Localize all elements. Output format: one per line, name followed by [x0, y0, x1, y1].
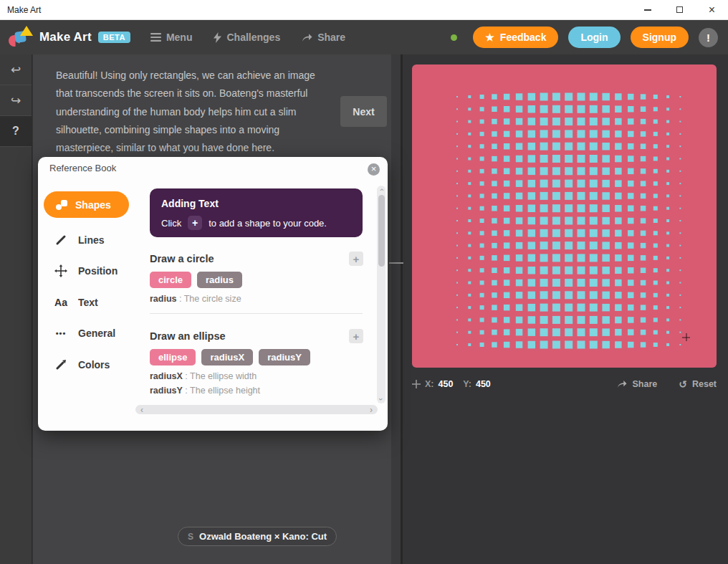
nav-challenges[interactable]: Challenges — [214, 32, 280, 43]
challenge-text: Beautiful! Using only rectangles, we can… — [56, 67, 331, 157]
lightning-icon — [214, 32, 221, 43]
tip-card-body: Click + to add a shape to your code. — [161, 216, 351, 230]
tab-colors-label: Colors — [78, 359, 110, 371]
modal-vertical-scrollbar[interactable]: › › — [377, 186, 385, 403]
nav-menu-label: Menu — [166, 32, 193, 43]
undo-button[interactable]: ↩ — [0, 54, 32, 85]
modal-horizontal-scrollbar[interactable]: ‹ › — [135, 405, 378, 414]
param-separator: : — [183, 386, 190, 396]
minimize-icon — [644, 9, 651, 11]
minimize-button[interactable] — [631, 0, 664, 19]
close-icon: × — [371, 163, 377, 174]
circle-param-radius: radius : The circle size — [150, 294, 241, 304]
tab-general[interactable]: ••• General — [54, 325, 147, 342]
canvas-share-button[interactable]: Share — [617, 379, 657, 389]
brush-icon — [54, 359, 68, 371]
add-circle-button[interactable]: + — [349, 252, 363, 266]
section-circle-title: Draw a circle — [150, 253, 214, 264]
feedback-button[interactable]: ★ Feedback — [473, 27, 558, 48]
signup-button[interactable]: Signup — [631, 27, 689, 48]
crosshair-icon — [412, 380, 421, 388]
hamburger-icon — [150, 33, 161, 42]
tag-radius[interactable]: radius — [197, 272, 242, 288]
close-button[interactable]: × — [696, 0, 728, 19]
logo-triangle-shape — [20, 26, 33, 36]
pane-scrollbar-gutter[interactable] — [391, 54, 401, 564]
param-name: radiusX — [150, 371, 183, 381]
reference-book-modal: Reference Book × Shapes Lines Position A… — [38, 157, 388, 431]
tool-rail: ↩ ↪ ? — [0, 54, 32, 564]
tab-position-label: Position — [78, 265, 118, 277]
tab-general-label: General — [78, 328, 115, 339]
tag-circle[interactable]: circle — [150, 272, 191, 288]
canvas-grid — [412, 64, 717, 368]
tab-shapes[interactable]: Shapes — [44, 191, 129, 218]
canvas-actions: Share ↺ Reset — [617, 379, 717, 389]
share-arrow-icon — [302, 33, 312, 42]
online-status-dot — [451, 34, 457, 41]
info-button[interactable]: ! — [699, 28, 718, 47]
tip-card-title: Adding Text — [161, 198, 351, 209]
tab-lines-label: Lines — [78, 234, 105, 246]
plus-icon: + — [188, 216, 202, 230]
canvas-share-label: Share — [632, 379, 657, 389]
tab-lines[interactable]: Lines — [54, 231, 147, 249]
close-icon: × — [709, 4, 715, 16]
param-desc: The circle size — [184, 294, 241, 304]
canvas-cursor-marker — [682, 333, 690, 341]
stitch-icon: S — [188, 532, 193, 542]
param-desc: The ellipse width — [190, 371, 257, 381]
feedback-label: Feedback — [500, 32, 547, 43]
tag-ellipse[interactable]: ellipse — [150, 349, 196, 365]
next-button[interactable]: Next — [340, 96, 387, 127]
nav-menu[interactable]: Menu — [150, 32, 193, 43]
plus-icon: + — [353, 253, 360, 265]
circle-tags: circle radius — [150, 272, 242, 288]
param-name: radiusY — [150, 386, 183, 396]
challenge-badge-label: Ozwald Boateng × Kano: Cut — [199, 531, 327, 542]
tag-radiusx[interactable]: radiusX — [201, 349, 253, 365]
pane-resize-handle[interactable] — [389, 262, 403, 264]
next-label: Next — [353, 106, 374, 118]
tab-text[interactable]: Aa Text — [54, 294, 147, 311]
tag-radiusy[interactable]: radiusY — [259, 349, 310, 365]
beta-badge: BETA — [98, 32, 130, 43]
star-icon: ★ — [485, 32, 494, 43]
dots-icon: ••• — [54, 329, 68, 338]
tab-colors[interactable]: Colors — [54, 356, 147, 373]
signup-label: Signup — [643, 32, 676, 43]
login-label: Login — [580, 32, 608, 43]
scroll-right-icon[interactable]: › — [366, 405, 376, 414]
param-separator: : — [177, 294, 184, 304]
titlebar: Make Art × — [0, 0, 728, 20]
coordinates: X: 450 Y: 450 — [412, 379, 497, 389]
nav-share-label: Share — [317, 32, 345, 43]
header-right: ★ Feedback Login Signup ! — [451, 27, 718, 48]
tip-body-prefix: Click — [161, 218, 181, 229]
modal-close-button[interactable]: × — [368, 163, 380, 176]
redo-button[interactable]: ↪ — [0, 85, 32, 116]
nav-challenges-label: Challenges — [226, 32, 280, 43]
challenge-badge[interactable]: S Ozwald Boateng × Kano: Cut — [178, 527, 337, 546]
canvas-reset-button[interactable]: ↺ Reset — [679, 379, 717, 389]
art-canvas[interactable] — [412, 64, 717, 368]
pane-divider — [401, 54, 403, 564]
tab-position[interactable]: Position — [54, 262, 147, 279]
add-ellipse-button[interactable]: + — [349, 329, 363, 343]
scroll-left-icon[interactable]: ‹ — [137, 405, 147, 414]
tab-text-label: Text — [78, 297, 98, 308]
app-title: Make Art — [39, 30, 92, 44]
login-button[interactable]: Login — [568, 27, 620, 48]
scroll-down-icon[interactable]: › — [377, 395, 385, 403]
maximize-button[interactable] — [664, 0, 696, 19]
y-value: 450 — [476, 379, 491, 389]
nav-share[interactable]: Share — [302, 32, 345, 43]
scroll-up-icon[interactable]: › — [377, 186, 385, 194]
ellipse-param-radiusx: radiusX : The ellipse width — [150, 371, 257, 381]
y-label: Y: — [463, 379, 471, 389]
help-button[interactable]: ? — [0, 116, 32, 147]
param-name: radius — [150, 294, 177, 304]
vertical-scroll-thumb[interactable] — [378, 195, 385, 267]
text-icon: Aa — [54, 297, 68, 308]
window-controls: × — [631, 0, 728, 19]
